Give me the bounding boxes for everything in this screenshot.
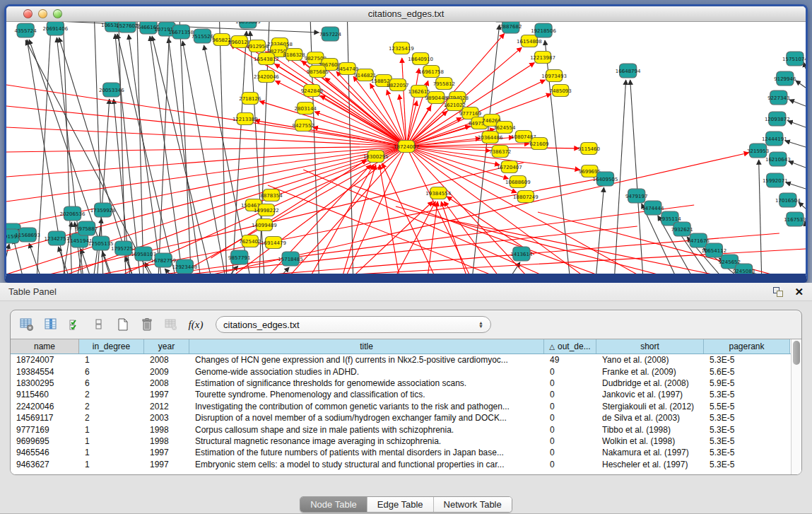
tab-node-table[interactable]: Node Table <box>300 497 367 512</box>
graph-edge[interactable] <box>165 269 172 274</box>
graph-node-12444191[interactable]: 12444191 <box>762 132 787 146</box>
graph-edge[interactable] <box>6 146 406 201</box>
graph-node-7625402[interactable]: 7625402 <box>239 235 261 247</box>
graph-edge[interactable] <box>804 62 806 69</box>
table-row[interactable]: 969969511998Structural magnetic resonanc… <box>11 436 791 447</box>
graph-edge[interactable] <box>129 35 161 274</box>
column-header-title[interactable]: title <box>189 339 544 354</box>
graph-edge[interactable] <box>785 141 806 147</box>
table-row[interactable]: 946362711997Embryonic stem cells: a mode… <box>11 459 791 470</box>
graph-edge[interactable] <box>406 101 417 146</box>
graph-node-2718126[interactable]: 2718126 <box>239 93 261 105</box>
graph-node-15992071[interactable]: 15992071 <box>763 173 788 187</box>
graph-node-9115460[interactable]: 9115460 <box>578 143 600 155</box>
graph-node-20206536[interactable]: 20206536 <box>60 206 86 221</box>
graph-edge[interactable] <box>119 22 126 274</box>
window-titlebar[interactable]: citations_edges.txt <box>6 6 806 22</box>
tab-network-table[interactable]: Network Table <box>434 497 512 512</box>
graph-edge[interactable] <box>281 267 289 274</box>
graph-node-8427552[interactable]: 8427552 <box>293 119 314 132</box>
graph-node-16914479[interactable]: 16914479 <box>261 237 286 249</box>
graph-node-16033809[interactable]: 16033809 <box>235 22 261 28</box>
graph-edge[interactable] <box>6 244 9 274</box>
graph-node-9245083[interactable]: 9245083 <box>733 264 755 274</box>
table-settings-icon[interactable] <box>19 317 35 332</box>
graph-node-7955812[interactable]: 7955812 <box>433 78 455 90</box>
graph-edge[interactable] <box>406 146 470 274</box>
graph-edge[interactable] <box>402 58 406 146</box>
graph-edge[interactable] <box>137 22 143 274</box>
new-table-icon[interactable] <box>115 317 131 332</box>
graph-node-8912954[interactable]: 8912954 <box>246 40 269 52</box>
graph-node-1413614[interactable]: 1413614 <box>510 247 533 261</box>
column-header-short[interactable]: short <box>596 339 704 354</box>
graph-node-9857791[interactable]: 9857791 <box>228 250 250 264</box>
graph-edge[interactable] <box>314 112 406 146</box>
graph-node-17016504[interactable]: 17016504 <box>775 193 801 207</box>
show-column-icon[interactable] <box>43 317 59 332</box>
float-panel-icon[interactable] <box>773 287 783 297</box>
graph-node-16961758[interactable]: 16961758 <box>418 66 444 78</box>
graph-edge[interactable] <box>789 161 806 168</box>
delete-column-icon[interactable] <box>139 317 155 332</box>
graph-node-7386372[interactable]: 7386372 <box>489 146 511 158</box>
graph-node-3215953[interactable]: 3215953 <box>747 144 769 158</box>
graph-node-9479197[interactable]: 9479197 <box>625 189 647 203</box>
graph-node-9242848[interactable]: 9242848 <box>301 85 323 97</box>
graph-node-7515526[interactable]: 7515526 <box>192 29 214 43</box>
table-row[interactable]: 946554611997Estimation of the future num… <box>11 447 791 458</box>
table-row[interactable]: 1456911722003Disruption of a novel membe… <box>11 412 791 424</box>
tab-edge-table[interactable]: Edge Table <box>367 497 434 512</box>
network-canvas[interactable]: 1872400796582289601288912954222260589827… <box>6 22 806 274</box>
close-button[interactable] <box>23 9 33 18</box>
table-row[interactable]: 911546021997Tourette syndrome. Phenomeno… <box>11 389 791 400</box>
graph-node-9129946[interactable]: 9129946 <box>774 71 796 86</box>
graph-node-12093872[interactable]: 12093872 <box>765 112 790 126</box>
graph-node-7932621[interactable]: 7932621 <box>671 222 693 236</box>
graph-edge[interactable] <box>158 22 170 274</box>
graph-node-15751074[interactable]: 15751074 <box>782 52 806 66</box>
graph-node-14099489[interactable]: 14099489 <box>252 219 277 231</box>
delete-table-icon[interactable] <box>163 317 179 332</box>
graph-node-16720407[interactable]: 16720407 <box>497 161 522 173</box>
graph-edge[interactable] <box>447 197 534 255</box>
graph-edge[interactable] <box>379 165 399 274</box>
graph-edge[interactable] <box>147 205 694 274</box>
graph-edge[interactable] <box>13 239 23 274</box>
graph-node-1527602[interactable]: 1527602 <box>116 22 138 33</box>
graph-edge[interactable] <box>102 252 110 274</box>
graph-edge[interactable] <box>796 81 806 88</box>
graph-node-12342757[interactable]: 12342757 <box>45 231 70 245</box>
graph-edge[interactable] <box>396 206 666 274</box>
column-header-year[interactable]: year <box>144 339 189 354</box>
graph-node-16648794[interactable]: 16648794 <box>616 64 641 78</box>
minimize-button[interactable] <box>38 9 47 18</box>
zoom-button[interactable] <box>53 9 62 18</box>
graph-edge[interactable] <box>353 201 433 274</box>
graph-node-7485093[interactable]: 7485093 <box>550 85 572 97</box>
graph-edge[interactable] <box>211 160 367 258</box>
graph-edge[interactable] <box>786 182 806 189</box>
table-row[interactable]: 2242004622012Investigating the contribut… <box>11 401 791 412</box>
graph-node-20691406[interactable]: 20691406 <box>43 22 69 35</box>
graph-edge[interactable] <box>759 160 762 274</box>
graph-node-8822057[interactable]: 8822057 <box>387 79 408 91</box>
table-scrollbar[interactable] <box>791 339 801 474</box>
graph-node-7857224[interactable]: 7857224 <box>319 27 342 41</box>
graph-edge[interactable] <box>117 34 175 274</box>
table-row[interactable]: 1830029562008Estimation of significance … <box>11 378 791 389</box>
table-row[interactable]: 1872400712008Changes of HCN gene express… <box>11 354 791 366</box>
graph-edge[interactable] <box>788 121 806 127</box>
function-builder-icon[interactable]: f(x) <box>187 317 203 332</box>
graph-edge[interactable] <box>310 165 373 274</box>
graph-edge[interactable] <box>182 41 225 274</box>
table-select-dropdown[interactable]: citations_edges.txt ▲▼ <box>216 316 491 333</box>
graph-node-9975887[interactable]: 9975887 <box>76 221 98 235</box>
graph-node-12325419[interactable]: 12325419 <box>389 42 414 54</box>
column-header-name[interactable]: name <box>11 339 79 354</box>
graph-node-9875685[interactable]: 9875685 <box>307 66 329 78</box>
graph-node-16210643[interactable]: 16210643 <box>765 152 791 166</box>
column-header-pagerank[interactable]: pagerank <box>704 339 790 354</box>
close-panel-icon[interactable]: ✕ <box>794 287 804 297</box>
graph-node-9474444[interactable]: 9474444 <box>642 201 664 215</box>
